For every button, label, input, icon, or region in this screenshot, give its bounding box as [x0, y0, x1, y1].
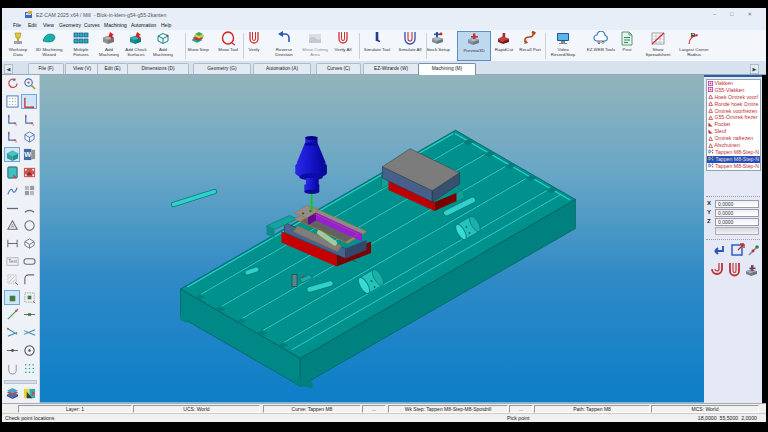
svg-text:W: W [24, 150, 31, 159]
svg-text:z: z [15, 140, 17, 143]
svg-text:x: x [32, 123, 34, 126]
svg-text:Text: Text [8, 259, 17, 264]
svg-text:x: x [15, 123, 17, 126]
